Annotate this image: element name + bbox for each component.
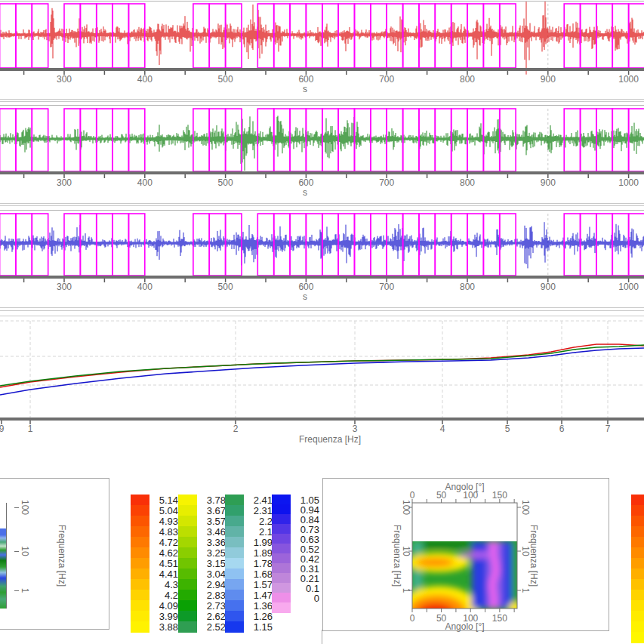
edge-colorbar-block [631, 579, 644, 590]
time-tick-label: 900 [535, 74, 562, 85]
colorbar-0-block [131, 495, 149, 506]
freq-tick-label: 1 [23, 424, 38, 434]
colorbar-2-block [225, 569, 244, 580]
spectrum-panel[interactable] [0, 321, 644, 424]
direction-map-clipped-strip [0, 528, 6, 609]
edge-colorbar-block [631, 526, 644, 538]
angle-tick-label-bottom: 100 [461, 613, 479, 624]
time-tick-label: 400 [131, 177, 159, 188]
colorbar-0-block [131, 590, 149, 601]
colorbar-3-value: 0 [292, 593, 319, 604]
colorbar-1-value: 2.62 [199, 611, 226, 622]
time-tick-label: 800 [454, 177, 481, 188]
colorbar-2-block [225, 516, 244, 527]
time-unit-label: s [297, 187, 313, 198]
colorbar-3-block [272, 553, 291, 564]
freq-tick-label: 4 [435, 424, 450, 434]
leftbox-freq-tick-label: 100 [19, 496, 31, 519]
colorbar-0-block [131, 537, 149, 548]
directional-map[interactable] [405, 495, 525, 616]
time-tick-label: 700 [373, 282, 400, 292]
colorbar-3-block [272, 544, 291, 554]
colorbar-0-value: 4.41 [151, 569, 178, 580]
colorbar-1-block [178, 505, 197, 516]
freq-tick-label: 7 [600, 424, 615, 434]
edge-colorbar-block [631, 569, 644, 580]
colorbar-0-value: 4.83 [151, 526, 178, 538]
colorbar-0-block [131, 600, 149, 612]
time-tick-label: 900 [535, 282, 562, 292]
time-tick-label: 300 [51, 74, 78, 85]
colorbar-1-value: 3.15 [199, 558, 226, 569]
colorbar-2-block [225, 505, 244, 516]
colorbar-2-block [225, 611, 244, 622]
colorbar-1-block [178, 537, 197, 548]
trace-panel-north[interactable] [0, 2, 644, 75]
colorbar-2-value: 1.26 [245, 611, 273, 622]
time-tick-label: 500 [212, 282, 239, 292]
colorbar-2-block [225, 526, 244, 538]
colorbar-2-value: 1.99 [245, 537, 273, 548]
angle-tick-label-top: 150 [491, 490, 509, 501]
colorbar-0-value: 3.99 [151, 611, 178, 622]
colorbar-0-value: 4.51 [151, 558, 178, 569]
edge-colorbar-block [631, 495, 644, 506]
time-tick-label: 400 [131, 282, 159, 292]
colorbar-1-value: 2.73 [199, 600, 226, 612]
edge-colorbar-block [631, 558, 644, 569]
colorbar-0-value: 5.04 [151, 505, 178, 516]
time-tick-label: 1000 [615, 74, 642, 85]
edge-colorbar-block [631, 590, 644, 601]
colorbar-2-block [225, 621, 244, 633]
time-tick-label: 600 [292, 177, 319, 188]
edge-colorbar-block [631, 611, 644, 622]
colorbar-0-block [131, 516, 149, 527]
colorbar-1-value: 3.04 [199, 569, 226, 580]
colorbar-3-block [272, 514, 291, 525]
colorbar-1-value: 3.25 [199, 547, 226, 559]
colorbar-0-block [131, 526, 149, 538]
colorbar-1-block [178, 558, 197, 569]
angle-tick-label-bottom: 0 [403, 613, 421, 624]
colorbar-3-block [272, 593, 291, 603]
angle-tick-label-top: 100 [461, 490, 479, 501]
colorbar-0-block [131, 611, 149, 622]
map-freq-tick-label-right: 100 [519, 496, 532, 519]
direction-plot-left-box[interactable] [0, 478, 109, 630]
spectrum-up [0, 348, 644, 395]
colorbar-2-value: 1.68 [245, 569, 273, 580]
trace-panel-east[interactable] [0, 109, 644, 178]
spectrum-x-axis-label: Frequenza [Hz] [285, 434, 375, 445]
colorbar-3-block [272, 524, 291, 535]
spectrum-east [0, 345, 644, 386]
colorbar-2-value: 1.78 [245, 558, 273, 569]
colorbar-1-value: 2.83 [199, 590, 226, 601]
leftbox-freq-axis-line [6, 503, 7, 609]
colorbar-2-value: 1.57 [245, 579, 273, 590]
colorbar-2-value: 1.15 [245, 621, 273, 633]
leftbox-freq-tick-label: 1 [19, 579, 31, 602]
edge-colorbar-block [631, 600, 644, 612]
angle-tick-label-bottom: 150 [491, 613, 509, 624]
time-tick-label: 700 [373, 74, 400, 85]
edge-colorbar-block [631, 547, 644, 559]
angle-tick-label-top: 0 [403, 490, 421, 501]
colorbar-2-block [225, 537, 244, 548]
colorbar-0-value: 4.2 [151, 590, 178, 601]
colorbar-1-value: 3.78 [199, 495, 226, 506]
time-tick-label: 300 [51, 282, 78, 292]
colorbar-0-value: 4.62 [151, 547, 178, 559]
directional-map-contours [405, 541, 523, 616]
colorbar-3-block [272, 563, 291, 574]
colorbar-2-value: 2.1 [245, 526, 273, 538]
trace-panel-up[interactable] [0, 214, 644, 282]
time-unit-label: s [297, 291, 313, 302]
colorbar-1-block [178, 526, 197, 538]
edge-colorbar-block [631, 537, 644, 548]
colorbar-2-block [225, 600, 244, 612]
colorbar-2-value: 2.2 [245, 516, 273, 527]
colorbar-2-block [225, 495, 244, 506]
colorbar-3-block [272, 573, 291, 584]
angle-tick-label-top: 50 [433, 490, 451, 501]
colorbar-1-block [178, 590, 197, 601]
